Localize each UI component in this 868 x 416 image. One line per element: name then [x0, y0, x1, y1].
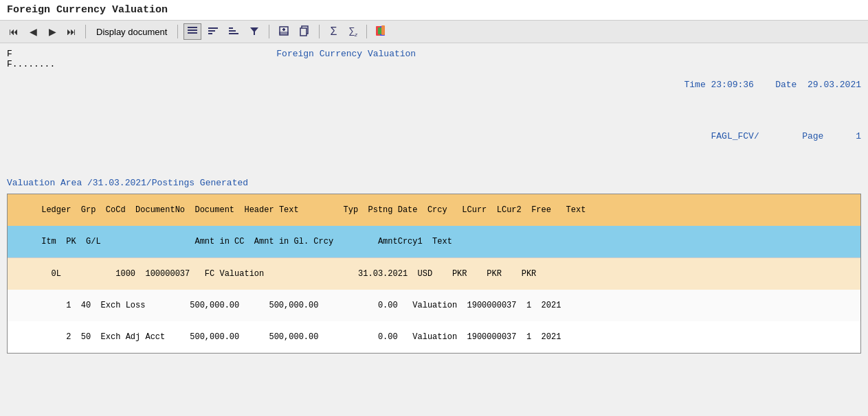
page-title: Foreign Currency Valuation	[7, 4, 168, 16]
sum-icon: Σ	[330, 25, 337, 38]
time-date-line: Time 23:09:36 Date 29.03.2021	[630, 69, 861, 100]
filter-btn[interactable]	[245, 23, 263, 40]
next-btn[interactable]: ▶	[44, 23, 60, 40]
data-table: Ledger Grp CoCd DocumentNo Document Head…	[7, 194, 861, 354]
table-header-row1: Ledger Grp CoCd DocumentNo Document Head…	[8, 194, 860, 226]
content-area: F F........ Foreign Currency Valuation T…	[0, 43, 868, 359]
svg-rect-3	[208, 27, 218, 29]
svg-rect-12	[283, 28, 285, 31]
svg-rect-1	[188, 30, 197, 31]
svg-rect-6	[229, 27, 233, 29]
sort-desc-icon	[228, 25, 239, 38]
time-label: Time	[684, 80, 705, 90]
find-btn[interactable]	[183, 23, 201, 40]
svg-rect-19	[381, 25, 385, 35]
table-row-main: 0L 1000 100000037 FC Valuation 31.03.202…	[8, 258, 860, 290]
svg-rect-18	[378, 27, 381, 34]
filter-icon	[249, 25, 260, 38]
table-row[interactable]: 1 40 Exch Loss 500,000.00 500,000.00 0.0…	[8, 290, 860, 321]
title-bar: Foreign Currency Valuation	[0, 0, 868, 21]
last-btn[interactable]: ⏭	[63, 23, 80, 40]
sum-btn[interactable]: Σ	[325, 23, 342, 40]
table-row-group: 0L 1000 100000037 FC Valuation 31.03.202…	[8, 257, 860, 353]
left-line2: F........	[7, 59, 62, 69]
toolbar: ⏮ ◀ ▶ ⏭ Display document	[0, 21, 868, 43]
prev-icon: ◀	[30, 26, 37, 37]
last-icon: ⏭	[67, 26, 76, 37]
sort-asc-icon	[208, 25, 219, 38]
center-title: Foreign Currency Valuation	[62, 49, 630, 59]
clipboard-icon	[375, 25, 389, 39]
svg-rect-4	[208, 30, 215, 32]
report-header: F F........ Foreign Currency Valuation T…	[7, 49, 861, 172]
subtotal-btn[interactable]: ∑z	[344, 23, 361, 40]
svg-marker-9	[250, 27, 258, 35]
first-icon: ⏮	[9, 26, 19, 37]
table-header-row2: Itm PK G/L Amnt in CC Amnt in Gl. Crcy A…	[8, 226, 860, 257]
svg-rect-5	[208, 33, 212, 34]
svg-rect-2	[188, 32, 197, 34]
date-value: 29.03.2021	[808, 80, 861, 90]
svg-rect-0	[188, 27, 197, 28]
program-page-line: FAGL_FCV/ Page 1	[630, 121, 861, 152]
left-header: F F........	[7, 49, 62, 69]
page-label: Page	[802, 131, 823, 141]
find-icon	[187, 25, 198, 38]
display-document-btn[interactable]: Display document	[91, 23, 172, 40]
prev-btn[interactable]: ◀	[25, 23, 41, 40]
next-icon: ▶	[49, 26, 56, 37]
toolbar-separator-1	[85, 25, 86, 38]
insert-btn[interactable]	[275, 23, 293, 40]
toolbar-separator-5	[366, 25, 367, 38]
toolbar-separator-4	[319, 25, 320, 38]
toolbar-separator-2	[177, 25, 178, 38]
copy-icon	[299, 25, 310, 38]
insert-icon	[278, 25, 289, 38]
sort-asc-btn[interactable]	[204, 23, 222, 40]
right-header: Time 23:09:36 Date 29.03.2021 FAGL_FCV/ …	[630, 49, 861, 172]
first-btn[interactable]: ⏮	[5, 23, 22, 40]
svg-rect-15	[300, 28, 307, 36]
table-row[interactable]: 2 50 Exch Adj Acct 500,000.00 500,000.00…	[8, 321, 860, 353]
svg-rect-13	[280, 32, 288, 34]
left-line1: F	[7, 49, 62, 59]
clipboard-btn[interactable]	[372, 23, 392, 40]
date-label: Date	[775, 80, 797, 90]
valuation-line: Valuation Area /31.03.2021/Postings Gene…	[7, 178, 861, 188]
sort-desc-btn[interactable]	[225, 23, 243, 40]
display-document-label: Display document	[96, 27, 167, 37]
copy-btn[interactable]	[296, 23, 313, 40]
svg-rect-7	[229, 30, 236, 32]
toolbar-separator-3	[269, 25, 269, 38]
page-value: 1	[856, 131, 861, 141]
subtotal-icon: ∑z	[348, 25, 357, 38]
time-value: 23:09:36	[711, 80, 754, 90]
program-label: FAGL_FCV/	[711, 131, 759, 141]
svg-rect-8	[229, 33, 238, 34]
